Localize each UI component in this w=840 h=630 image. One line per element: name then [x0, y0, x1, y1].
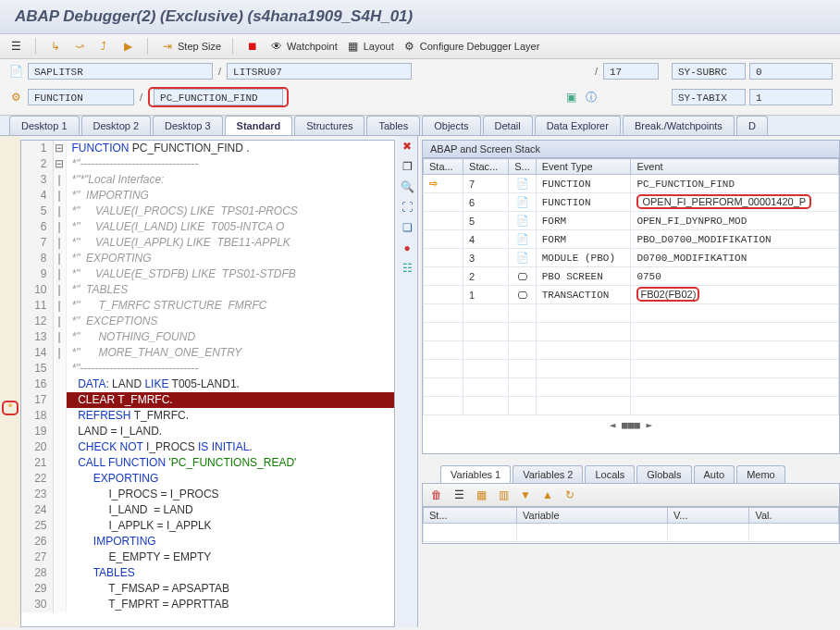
tab-data-explorer[interactable]: Data Explorer: [535, 116, 621, 135]
list-icon[interactable]: ☰: [451, 487, 467, 503]
code-line[interactable]: 5|*" VALUE(I_PROCS) LIKE TPS01-PROCS: [21, 204, 394, 219]
var-tab-locals[interactable]: Locals: [585, 465, 635, 483]
var-tab-variables-1[interactable]: Variables 1: [440, 465, 511, 483]
stack-header[interactable]: Event: [631, 159, 839, 175]
program-field[interactable]: SAPLITSR: [28, 63, 213, 80]
tab-desktop-1[interactable]: Desktop 1: [9, 116, 80, 135]
restore-icon[interactable]: ❏: [400, 221, 414, 236]
stack-icon[interactable]: ☷: [400, 262, 414, 277]
code-line[interactable]: 11|*" T_FMRFC STRUCTURE FMRFC: [21, 298, 394, 314]
code-line[interactable]: 9|*" VALUE(E_STDFB) LIKE TPS01-STDFB: [21, 266, 394, 282]
code-line[interactable]: 14|*" MORE_THAN_ONE_ENTRY: [21, 345, 394, 361]
tab-objects[interactable]: Objects: [422, 116, 480, 135]
code-line[interactable]: 16 DATA: LAND LIKE T005-LAND1.: [21, 377, 394, 392]
code-line[interactable]: 4|*" IMPORTING: [21, 188, 394, 204]
settings-icon[interactable]: ⚙: [7, 89, 24, 105]
var-tab-variables-2[interactable]: Variables 2: [513, 465, 583, 483]
tab-desktop-3[interactable]: Desktop 3: [153, 116, 223, 135]
line-field[interactable]: 17: [603, 63, 659, 80]
var-header[interactable]: Val.: [749, 508, 839, 524]
step-into-icon[interactable]: ↳: [47, 38, 64, 55]
code-line[interactable]: 17 CLEAR T_FMRFC.: [21, 392, 394, 408]
step-size-button[interactable]: ⇥ Step Size: [159, 38, 221, 55]
type-field[interactable]: FUNCTION: [28, 89, 134, 105]
tab-tables[interactable]: Tables: [366, 116, 420, 135]
stack-row[interactable]: 2🖵PBO SCREEN0750: [424, 267, 839, 286]
code-line[interactable]: 22 EXPORTING: [21, 471, 394, 487]
layout-button[interactable]: ▦ Layout: [345, 38, 394, 55]
code-editor[interactable]: 1⊟FUNCTION PC_FUNCTION_FIND .2⊟*"-------…: [20, 140, 395, 627]
code-line[interactable]: 24 I_LAND = LAND: [21, 502, 394, 518]
stack-row[interactable]: 4📄FORMPBO_D0700_MODIFIKATION: [424, 230, 839, 249]
step-over-icon[interactable]: ⤻: [71, 38, 88, 55]
import-icon[interactable]: ▲: [539, 487, 556, 503]
code-line[interactable]: 7|*" VALUE(I_APPLK) LIKE TBE11-APPLK: [21, 235, 394, 251]
include-field[interactable]: LITSRU07: [227, 63, 412, 80]
close-icon[interactable]: ✖: [400, 140, 414, 154]
code-line[interactable]: 28 TABLES: [21, 565, 394, 581]
tab-standard[interactable]: Standard: [225, 116, 293, 135]
col-icon[interactable]: ▥: [495, 487, 512, 503]
code-line[interactable]: 3|*"*"Local Interface:: [21, 172, 394, 188]
stack-row[interactable]: ⇨7📄FUNCTIONPC_FUNCTION_FIND: [424, 175, 839, 193]
code-line[interactable]: 10|*" TABLES: [21, 282, 394, 298]
table-icon[interactable]: ▦: [473, 487, 489, 503]
function-name-field[interactable]: PC_FUNCTION_FIND: [154, 89, 283, 105]
code-line[interactable]: 23 I_PROCS = I_PROCS: [21, 487, 394, 502]
stop-button[interactable]: ⏹: [244, 38, 261, 55]
code-line[interactable]: 13|*" NOTHING_FOUND: [21, 329, 394, 345]
current-line-indicator[interactable]: [2, 401, 19, 415]
call-stack-table[interactable]: Sta...Stac...S...Event TypeEvent⇨7📄FUNCT…: [423, 158, 839, 415]
configure-button[interactable]: ⚙ Configure Debugger Layer: [401, 38, 540, 55]
stack-row[interactable]: 3📄MODULE (PBO)D0700_MODIFIKATION: [424, 249, 839, 267]
var-tab-globals[interactable]: Globals: [636, 465, 691, 483]
code-line[interactable]: 12|*" EXCEPTIONS: [21, 314, 394, 329]
export-icon[interactable]: ▼: [517, 487, 534, 503]
tab-d[interactable]: D: [736, 116, 768, 135]
code-line[interactable]: 29 T_FMSAP = APSAPTAB: [21, 581, 394, 597]
stack-row[interactable]: 5📄FORMOPEN_FI_DYNPRO_MOD: [424, 212, 839, 230]
new-window-icon[interactable]: ❐: [400, 160, 414, 175]
menu-icon[interactable]: ☰: [7, 38, 24, 55]
code-line[interactable]: 20 CHECK NOT I_PROCS IS INITIAL.: [21, 439, 394, 455]
tab-structures[interactable]: Structures: [294, 116, 364, 135]
find-icon[interactable]: 🔍: [400, 180, 414, 195]
code-line[interactable]: 6|*" VALUE(I_LAND) LIKE T005-INTCA O: [21, 219, 394, 235]
maximize-icon[interactable]: ⛶: [400, 201, 414, 216]
display-icon[interactable]: ▣: [562, 89, 579, 105]
var-row-empty[interactable]: [424, 524, 839, 542]
stack-header[interactable]: Stac...: [463, 159, 509, 175]
delete-icon[interactable]: 🗑: [428, 487, 445, 503]
code-line[interactable]: 15*"--------------------------------: [21, 361, 394, 377]
breakpoint-icon[interactable]: ●: [400, 241, 414, 256]
info-icon[interactable]: ⓘ: [583, 89, 599, 105]
stack-header[interactable]: Sta...: [424, 159, 463, 175]
code-line[interactable]: 25 I_APPLK = I_APPLK: [21, 518, 394, 534]
code-line[interactable]: 21 CALL FUNCTION 'PC_FUNCTIONS_READ': [21, 455, 394, 471]
step-return-icon[interactable]: ⤴: [95, 38, 112, 55]
code-line[interactable]: 2⊟*"--------------------------------: [21, 156, 394, 172]
stack-row[interactable]: 6📄FUNCTIONOPEN_FI_PERFORM_00001420_P: [424, 193, 839, 212]
stack-header[interactable]: Event Type: [536, 159, 631, 175]
sy-tabix-value[interactable]: 1: [749, 89, 833, 105]
var-tab-memo[interactable]: Memo: [736, 465, 785, 483]
watchpoint-button[interactable]: 👁 Watchpoint: [268, 38, 338, 55]
tab-desktop-2[interactable]: Desktop 2: [81, 116, 152, 135]
code-line[interactable]: 8|*" EXPORTING: [21, 251, 394, 266]
code-line[interactable]: 19 LAND = I_LAND.: [21, 424, 394, 439]
variables-table[interactable]: St...VariableV...Val.: [423, 507, 839, 542]
program-icon[interactable]: 📄: [7, 63, 24, 80]
tab-break-watchpoints[interactable]: Break./Watchpoints: [623, 116, 735, 135]
code-line[interactable]: 18 REFRESH T_FMRFC.: [21, 408, 394, 424]
continue-icon[interactable]: ▶: [119, 38, 136, 55]
code-line[interactable]: 30 T_FMPRT = APPRTTAB: [21, 597, 394, 612]
stack-header[interactable]: S...: [509, 159, 537, 175]
sy-subrc-value[interactable]: 0: [749, 63, 833, 80]
var-header[interactable]: Variable: [517, 508, 668, 524]
stack-row[interactable]: 1🖵TRANSACTIONFB02(FB02): [424, 286, 839, 304]
code-line[interactable]: 26 IMPORTING: [21, 534, 394, 550]
var-header[interactable]: V...: [667, 508, 748, 524]
refresh-icon[interactable]: ↻: [562, 487, 578, 503]
code-line[interactable]: 27 E_EMPTY = EMPTY: [21, 550, 394, 565]
var-header[interactable]: St...: [424, 508, 517, 524]
